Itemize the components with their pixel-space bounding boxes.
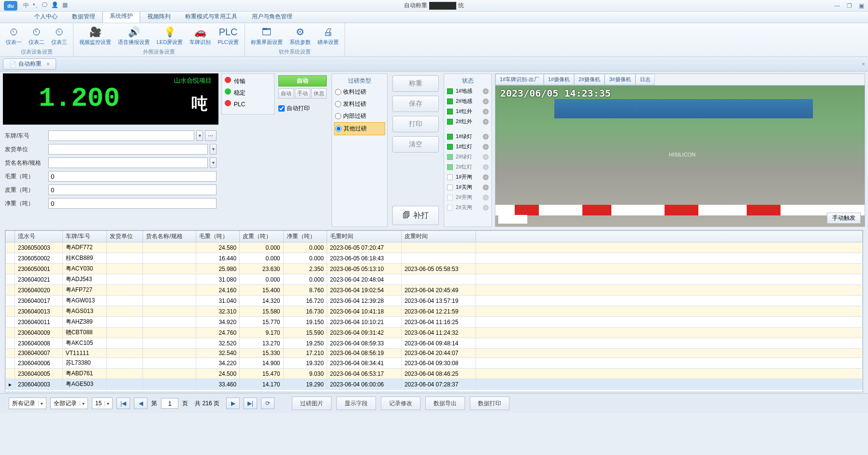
input-net[interactable]: [48, 198, 217, 209]
camera-tab[interactable]: 2#摄像机: [574, 74, 605, 85]
perpage-combo[interactable]: 15▾: [92, 398, 113, 409]
ribbon-button[interactable]: 🔊语音播报设置: [116, 25, 152, 47]
tab-close-icon[interactable]: ×: [46, 61, 50, 68]
clear-button[interactable]: 清空: [392, 136, 439, 153]
column-header[interactable]: 毛重时间: [327, 231, 401, 242]
last-page-button[interactable]: ▶|: [244, 398, 257, 409]
footer-button[interactable]: 显示字段: [336, 397, 376, 410]
dropdown-icon[interactable]: ▾: [210, 144, 217, 155]
table-row[interactable]: 2306040011粤AHZ38934.92015.77019.1502023-…: [6, 317, 863, 327]
menu-item[interactable]: 系统维护: [102, 10, 140, 23]
column-header[interactable]: 皮重时间: [401, 231, 476, 242]
filter-option[interactable]: 内部过磅: [334, 110, 385, 122]
menu-item[interactable]: 用户与角色管理: [245, 10, 300, 23]
table-row[interactable]: 2306040006苏L7338034.22014.90019.3202023-…: [6, 358, 863, 369]
filter-option[interactable]: 其他过磅: [334, 122, 385, 135]
ribbon-button[interactable]: ⏲仪表三: [49, 25, 69, 47]
lookup-button[interactable]: …: [205, 130, 217, 141]
tool-icon[interactable]: •ˏ: [33, 1, 38, 10]
records-grid[interactable]: 流水号车牌/车号发货单位货名名称/规格毛重（吨）皮重（吨）净重（吨）毛重时间皮重…: [5, 230, 863, 392]
radio-icon[interactable]: [335, 101, 341, 107]
menu-item[interactable]: 称重模式与常用工具: [178, 10, 245, 23]
mode-button[interactable]: 自动: [278, 88, 294, 99]
column-header[interactable]: 流水号: [15, 231, 63, 242]
records-scope-combo[interactable]: 全部记录▾: [50, 398, 88, 409]
table-row[interactable]: 2306040020粤AFP72724.16015.4008.7602023-0…: [6, 285, 863, 296]
table-row[interactable]: 2306050001粤ACY03025.98023.6302.3502023-0…: [6, 264, 863, 274]
menu-item[interactable]: 数据管理: [65, 10, 102, 23]
table-row[interactable]: 2306050002桂KCB88916.4400.0000.0002023-06…: [6, 253, 863, 264]
column-header[interactable]: 净重（吨）: [283, 231, 327, 242]
prev-page-button[interactable]: ◀: [134, 398, 147, 409]
table-row[interactable]: ▸2306040003粤AGE50333.46014.17019.2902023…: [6, 379, 863, 390]
menu-item[interactable]: 视频阵列: [140, 10, 178, 23]
next-page-button[interactable]: ▶: [226, 398, 240, 409]
maximize-icon[interactable]: ❐: [847, 2, 852, 9]
manual-trigger-button[interactable]: 手动触发: [827, 213, 861, 224]
column-header[interactable]: 毛重（吨）: [196, 231, 239, 242]
ribbon-button[interactable]: 🚗车牌识别: [188, 25, 213, 47]
input-tare[interactable]: [48, 185, 217, 195]
footer-button[interactable]: 数据打印: [470, 397, 509, 410]
print-button[interactable]: 打印: [392, 116, 439, 132]
radio-icon[interactable]: [335, 113, 341, 119]
ribbon-button[interactable]: 🖨磅单设置: [316, 25, 341, 47]
ribbon-button[interactable]: 🎥视频监控设置: [77, 25, 113, 47]
weigh-button[interactable]: 称重: [392, 75, 439, 92]
ribbon-button[interactable]: ⏲仪表一: [4, 25, 24, 47]
ribbon-button[interactable]: 🗔称重界面设置: [249, 25, 285, 47]
ribbon-button[interactable]: ⏲仪表二: [27, 25, 46, 47]
table-row[interactable]: 2306040009赣CBT08824.7609.17015.5902023-0…: [6, 327, 863, 338]
table-row[interactable]: 2306040013粤AGS01332.31015.58016.7302023-…: [6, 306, 863, 317]
input-gross[interactable]: [48, 171, 217, 182]
camera-tab[interactable]: 日志: [636, 74, 655, 85]
close-icon[interactable]: ▣: [859, 2, 864, 9]
refresh-button[interactable]: ⟳: [261, 398, 275, 409]
mode-button[interactable]: 手动: [295, 88, 310, 99]
autoprint-check[interactable]: [278, 105, 285, 112]
column-header[interactable]: 车牌/车号: [62, 231, 106, 242]
records-filter-combo[interactable]: 所有记录▾: [9, 398, 46, 409]
mode-button[interactable]: 休息: [311, 88, 327, 99]
column-header[interactable]: 皮重（吨）: [240, 231, 283, 242]
table-row[interactable]: 2306040021粤ADJ54331.0800.0000.0002023-06…: [6, 274, 863, 285]
table-row[interactable]: 2306050003粤ADF77224.5800.0000.0002023-06…: [6, 242, 863, 253]
camera-tab[interactable]: 3#摄像机: [605, 74, 635, 85]
dropdown-icon[interactable]: ▾: [210, 157, 217, 168]
ribbon-button[interactable]: PLCPLC设置: [216, 25, 240, 47]
ribbon-button[interactable]: 💡LED屏设置: [155, 25, 185, 47]
save-button[interactable]: 保存: [392, 96, 439, 112]
input-sender[interactable]: [48, 144, 208, 155]
first-page-button[interactable]: |◀: [116, 398, 130, 409]
page-input[interactable]: [161, 398, 178, 409]
table-row[interactable]: 2306040007VT1111132.54015.33017.2102023-…: [6, 349, 863, 358]
monitor-icon[interactable]: 🖵: [42, 1, 47, 10]
lang-toggle[interactable]: 中: [23, 1, 29, 10]
radio-icon[interactable]: [335, 126, 342, 132]
dropdown-icon[interactable]: ▾: [196, 130, 203, 141]
input-plate[interactable]: [48, 130, 194, 141]
column-header[interactable]: 货名名称/规格: [143, 231, 196, 242]
grid-icon[interactable]: ▦: [62, 1, 68, 10]
camera-tab[interactable]: 1#车牌识别-出厂: [495, 74, 544, 85]
table-row[interactable]: 2306040008粤AKC10532.52013.27019.2502023-…: [6, 338, 863, 349]
camera-tab[interactable]: 1#摄像机: [544, 74, 574, 85]
user-icon[interactable]: 👤: [51, 1, 58, 10]
input-goods[interactable]: [48, 157, 208, 168]
minimize-icon[interactable]: —: [834, 2, 840, 9]
menu-item[interactable]: 个人中心: [27, 10, 65, 23]
footer-button[interactable]: 数据导出: [425, 397, 465, 410]
table-row[interactable]: 2306040017粤AGW01331.04014.32016.7202023-…: [6, 296, 863, 306]
table-row[interactable]: 2306040005粤ABD76124.50015.4709.0302023-0…: [6, 369, 863, 379]
footer-button[interactable]: 过磅图片: [292, 397, 332, 410]
ribbon-button[interactable]: ⚙系统参数: [288, 25, 313, 47]
document-tab[interactable]: 📄 自动称重 ×: [3, 58, 56, 70]
autoprint-checkbox[interactable]: 自动打印: [278, 104, 327, 113]
supplement-button[interactable]: 🗐补打: [392, 206, 439, 225]
radio-icon[interactable]: [335, 89, 341, 95]
footer-button[interactable]: 记录修改: [381, 397, 420, 410]
filter-option[interactable]: 收料过磅: [334, 86, 385, 98]
tabs-close-all-icon[interactable]: ×: [862, 61, 865, 68]
filter-option[interactable]: 发料过磅: [334, 98, 385, 110]
column-header[interactable]: 发货单位: [106, 231, 143, 242]
